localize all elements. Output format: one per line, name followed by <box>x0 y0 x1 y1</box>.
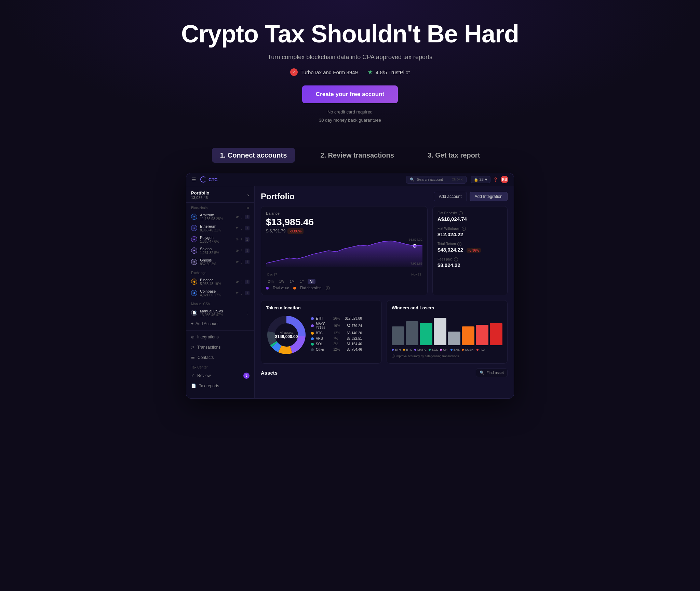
donut-label-val: $149,000.00 <box>275 334 298 339</box>
sync-icon[interactable]: ⟳ <box>236 260 239 264</box>
more-icon[interactable]: ⋮ <box>240 260 243 264</box>
blockchain-settings-icon[interactable]: ⚙ <box>246 206 250 210</box>
find-asset-search[interactable]: 🔍 Find asset <box>476 368 508 377</box>
logo-spinner-icon <box>200 176 206 183</box>
blockchain-section-label: Blockchain ⚙ <box>186 203 254 211</box>
sync-icon[interactable]: ⟳ <box>236 291 239 295</box>
token-dot <box>311 317 314 320</box>
account-info: Manual CSVs 13,086.46 47% <box>200 309 243 317</box>
fiat-deposits-info-icon[interactable]: i <box>459 211 463 215</box>
assets-header: Assets 🔍 Find asset <box>261 368 508 377</box>
more-icon[interactable]: ⋮ <box>240 226 243 230</box>
donut-chart: All assets $149,000.00 <box>266 314 307 355</box>
sidebar-account-item[interactable]: ● Gnosis 852.39 3% ⟳ ⋮ 1 <box>186 256 254 268</box>
time-btn-1y[interactable]: 1Y <box>298 279 306 284</box>
add-account-button[interactable]: Add account <box>434 192 467 201</box>
wl-label-item: MATIC <box>414 348 427 351</box>
wl-bar <box>420 323 432 345</box>
sidebar-transactions[interactable]: ⇄ Transactions <box>186 342 254 352</box>
portfolio-name: Portfolio <box>191 190 209 196</box>
token-val: $1,154.46 <box>347 342 362 346</box>
balance-change-value: $-6,791.79 <box>266 229 285 233</box>
token-name: BTC <box>316 331 331 335</box>
wl-bar <box>476 325 488 345</box>
sync-icon[interactable]: ⟳ <box>236 215 239 219</box>
token-alloc-inner: All assets $149,000.00 ETH 26% $12,523.8… <box>266 314 377 355</box>
time-btn-1w[interactable]: 1W <box>277 279 286 284</box>
sidebar-exchange-item[interactable]: ◆ Coinbase 4,821.66 17% ⟳ ⋮ 1 <box>186 287 254 299</box>
wl-label-item: SOL <box>429 348 438 351</box>
sync-icon[interactable]: ⟳ <box>236 226 239 230</box>
dash-body: Portfolio 13,086.46 ∨ Blockchain ⚙ ● Arb… <box>186 186 514 398</box>
help-icon[interactable]: ❓ <box>493 177 498 182</box>
chart-legend-info-icon[interactable]: i <box>326 286 330 290</box>
more-icon[interactable]: ⋮ <box>240 215 243 219</box>
step-1[interactable]: 1. Connect accounts <box>212 148 295 163</box>
sidebar-review[interactable]: ✓ Review 3 <box>186 371 254 381</box>
sidebar-account-item[interactable]: ● Solana 1,231.32 5% ⟳ ⋮ 1 <box>186 245 254 256</box>
sidebar-contacts[interactable]: ☰ Contacts <box>186 352 254 363</box>
sidebar-exchange-item[interactable]: ◆ Binance 5,963.48 19% ⟳ ⋮ 1 <box>186 276 254 287</box>
sidebar-account-item[interactable]: ● Polygon 1,363.47 6% ⟳ ⋮ 1 <box>186 234 254 245</box>
more-icon[interactable]: ⋮ <box>240 291 243 295</box>
more-icon[interactable]: ⋮ <box>240 238 243 241</box>
sidebar-account-item[interactable]: ● Arbitrum 11,136.98 28% ⟳ ⋮ 1 <box>186 211 254 223</box>
balance-chart-card: Balance $13,985.46 $-6,791.79 -9.86% 36,… <box>261 206 428 295</box>
tx-count: 1 <box>245 291 250 295</box>
more-icon[interactable]: ⋮ <box>246 311 250 315</box>
token-val: $12,523.88 <box>345 317 362 320</box>
sidebar-integrations[interactable]: ⊕ Integrations <box>186 332 254 342</box>
fiat-deposits-value: A$18,024.74 <box>438 216 502 222</box>
time-btn-all[interactable]: All <box>308 279 315 284</box>
add-account-button[interactable]: + Add Account <box>186 319 254 329</box>
add-integration-button[interactable]: Add Integration <box>470 192 508 201</box>
sidebar-portfolio[interactable]: Portfolio 13,086.46 ∨ <box>186 186 254 203</box>
menu-icon[interactable]: ☰ <box>192 177 196 182</box>
tx-count: 1 <box>245 280 250 284</box>
token-row: SOL 2% $1,154.46 <box>311 342 362 346</box>
sync-icon[interactable]: ⟳ <box>236 249 239 253</box>
token-pct: 12% <box>333 348 343 351</box>
fiat-withdrawn-info-icon[interactable]: i <box>462 227 466 231</box>
sidebar-account-item[interactable]: ● Ethereum 8,963.46 21% ⟳ ⋮ 1 <box>186 223 254 234</box>
divider <box>186 330 254 331</box>
time-btn-1m[interactable]: 1M <box>288 279 297 284</box>
find-asset-placeholder: Find asset <box>486 371 504 375</box>
more-icon[interactable]: ⋮ <box>240 249 243 253</box>
chart-hover-dot <box>413 244 416 247</box>
review-label: Review <box>197 373 211 378</box>
step-3[interactable]: 3. Get tax report <box>419 148 488 163</box>
fiat-withdrawn-label: Fiat Withdrawn <box>438 227 460 230</box>
wl-dot <box>414 349 416 351</box>
hero-section: Crypto Tax Shouldn't Be Hard Turn comple… <box>0 0 700 134</box>
more-icon[interactable]: ⋮ <box>240 280 243 284</box>
token-dot <box>311 348 314 351</box>
header-buttons: Add account Add Integration <box>434 192 508 201</box>
transactions-icon: ⇄ <box>191 345 194 350</box>
token-val: $8,754.46 <box>347 348 362 351</box>
donut-label-top: All assets <box>275 331 298 334</box>
sync-icon[interactable]: ⟳ <box>236 280 239 284</box>
time-btn-24h[interactable]: 24h <box>266 279 276 284</box>
fees-info-icon[interactable]: i <box>454 257 458 261</box>
chart-legend: Total value Fiat deposited i <box>266 286 422 290</box>
token-val: $7,779.24 <box>347 324 362 328</box>
wl-label-item: ETH <box>392 348 401 351</box>
fine-print-line1: No credit card required <box>7 108 693 116</box>
token-pct: 26% <box>333 317 343 320</box>
sidebar-tax-reports[interactable]: 📄 Tax reports <box>186 381 254 391</box>
search-bar[interactable]: 🔍 Search account CMD+K <box>406 176 466 184</box>
wl-chart <box>392 314 502 345</box>
total-return-badge: -8.36% <box>467 248 481 253</box>
sidebar-manual-item[interactable]: 📄 Manual CSVs 13,086.46 47% ⋮ <box>186 307 254 319</box>
tx-count: 1 <box>245 260 250 264</box>
main-header: Portfolio Add account Add Integration <box>261 192 508 201</box>
token-row: Other 12% $8,754.46 <box>311 348 362 351</box>
token-dot <box>311 324 314 327</box>
cta-button[interactable]: Create your free account <box>302 85 398 103</box>
balance-change-pct: -9.86% <box>287 228 304 234</box>
wl-label-text: UNI <box>443 348 448 351</box>
total-return-info-icon[interactable]: i <box>457 242 461 246</box>
sync-icon[interactable]: ⟳ <box>236 238 239 241</box>
step-2[interactable]: 2. Review transactions <box>312 148 402 163</box>
